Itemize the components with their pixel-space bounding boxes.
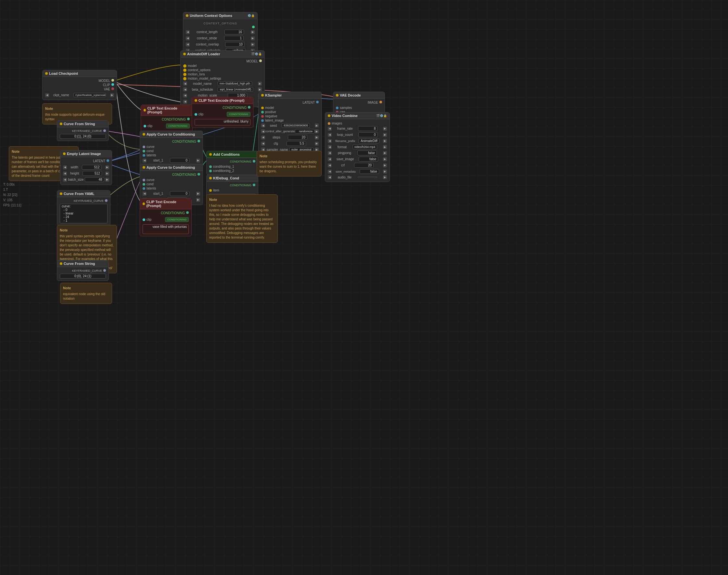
latents-input: latents	[143, 153, 200, 157]
node-header: Empty Latent Image	[61, 150, 112, 157]
model-port	[261, 107, 264, 109]
save-metadata-row: ◀ save_metadata false ▶	[328, 168, 387, 174]
status-dot	[194, 99, 197, 102]
clip-port	[194, 113, 197, 116]
node-header: Curve From YAML	[57, 191, 110, 197]
note-title: Note	[260, 154, 319, 159]
field-label: cfg	[274, 142, 278, 145]
note-debugging-node: Note I had no idea how comfy's condition…	[206, 194, 278, 243]
field-label: save_image	[336, 157, 354, 161]
section-label: CONDITIONING	[172, 140, 196, 143]
section-label: CONTEXT_OPTIONS	[186, 21, 255, 26]
note-old-notation-node: Note equivalent node using the old notat…	[60, 283, 112, 304]
stat-fps: FPS: [11:11]	[3, 203, 22, 208]
prompt-text[interactable]: unfinished. blurry	[194, 119, 251, 126]
node-title: KSampler	[265, 93, 282, 97]
width-row: ◀ width 512 ▶	[63, 164, 109, 170]
model-out-port	[259, 60, 262, 62]
load-checkpoint-node: Load Checkpoint MODEL CLIP VAE ◀ ckpt_na…	[42, 70, 117, 100]
status-dot	[144, 109, 146, 111]
field-label: start_1	[153, 192, 163, 195]
node-title: CLIP Text Encode (Prompt)	[198, 99, 244, 102]
node-header: CLIP Text Encode (Prompt)	[140, 199, 191, 209]
item-port	[209, 189, 212, 192]
note-text: equivalent node using the old notation	[63, 292, 109, 301]
field-value: 0	[170, 191, 189, 196]
field-value: 5.5	[287, 141, 306, 146]
field-label: frame_rate	[337, 127, 353, 130]
curve-input: curve	[143, 178, 200, 182]
curve-port	[143, 179, 145, 181]
field-label: ckpt_name	[53, 93, 69, 97]
status-dot	[60, 193, 62, 195]
status-dot	[60, 123, 62, 125]
note-scheduling-node: Note when scheduling prompts, you probab…	[257, 151, 322, 176]
node-header: Curve From String	[57, 121, 109, 127]
field-label: seed	[270, 124, 277, 127]
node-title: Curve From String	[64, 122, 95, 126]
loop-count-row: ◀ loop_count 0 ▶	[328, 132, 387, 138]
node-title: CLIP Text Encode (Prompt)	[147, 106, 190, 114]
field-value: 20	[288, 135, 307, 140]
node-title: Curve From YAML	[64, 192, 95, 196]
status-dot	[328, 114, 330, 117]
latents-input: latents	[143, 186, 200, 191]
curve-value[interactable]: 0:(1), 24:(0)	[60, 134, 106, 139]
status-dot	[143, 166, 145, 169]
node-header: VAE Decode	[333, 92, 385, 99]
node-title: Load Checkpoint	[49, 71, 78, 75]
field-label: height	[70, 172, 79, 175]
section-label: CONDITIONING	[162, 118, 186, 121]
steps-row: ◀ steps 20 ▶	[261, 134, 319, 140]
field-label: batch_size	[68, 178, 83, 181]
model-out-port	[111, 79, 114, 81]
status-dot	[183, 53, 186, 55]
section-label: KEYFRAMED_CURVE	[72, 269, 102, 272]
field-label: steps	[272, 136, 280, 139]
stats-overlay: T: 0.00s 1.T N: 22 [22] V: 105 FPS: [11:…	[3, 182, 22, 208]
latent-out-port	[316, 101, 319, 103]
node-header: AnimateDiff Loader 🎬⚙️🔒	[181, 51, 264, 58]
beta-schedule-row: ◀ beta_schedule sqrt_linear (AnimateDiff…	[183, 87, 262, 92]
node-title: Video Combine	[332, 114, 358, 118]
node-title: KfDebug_Cond	[213, 176, 239, 180]
field-value: 839260209090905	[282, 123, 310, 128]
save-image-row: ◀ save_image false ▶	[328, 156, 387, 162]
clip-input: clip CONDITIONING	[194, 111, 251, 118]
negative-input: negative	[261, 114, 319, 118]
yaml-value[interactable]: curve: - 0 - linear - 24 - 1	[60, 204, 108, 223]
node-header: Video Combine 🎬⚙️🔒	[325, 112, 390, 119]
node-title: Uniform Context Options	[190, 14, 232, 18]
field-value: sqrt_linear (AnimateDiff)	[218, 87, 253, 92]
samples-input: samples	[336, 106, 382, 110]
height-row: ◀ height 512 ▶	[63, 170, 109, 176]
section-label: MODEL	[246, 60, 258, 63]
start1-row: ◀ start_1 0 ▶	[143, 191, 200, 197]
prompt-text[interactable]: vase filled with petunias	[143, 224, 189, 234]
field-value: randomize	[295, 129, 315, 134]
cond1-input: conditioning_1	[209, 165, 255, 169]
curve-port	[143, 146, 145, 148]
field-label: start_1	[153, 159, 163, 162]
field-value: false	[357, 150, 377, 156]
clip-port	[143, 218, 145, 221]
field-value: 512	[82, 165, 101, 170]
latent-out-port	[107, 159, 109, 162]
field-value: 48	[85, 177, 104, 182]
motion-lora-input: motion_lora	[183, 72, 262, 76]
cond1-port	[209, 165, 212, 168]
motion-model-port	[183, 77, 186, 80]
node-header: Uniform Context Options ⚙️🔒	[183, 12, 257, 19]
status-dot	[63, 153, 66, 155]
field-label: context_length	[196, 30, 218, 34]
status-dot	[186, 14, 188, 17]
video-combine-node: Video Combine 🎬⚙️🔒 images ◀ frame_rate 8…	[325, 112, 390, 182]
model-input: model	[183, 64, 262, 68]
item-input: item	[209, 188, 255, 193]
latent-port	[261, 119, 264, 122]
clip-text-encode-3-node: CLIP Text Encode (Prompt) CONDITIONING c…	[140, 198, 192, 236]
field-label: save_metadata	[336, 170, 356, 173]
seed-row: ◀ seed 839260209090905 ▶	[261, 123, 319, 128]
field-value: 8	[358, 126, 377, 131]
curve-value[interactable]: 0:(0), 24:(1)	[60, 274, 106, 278]
